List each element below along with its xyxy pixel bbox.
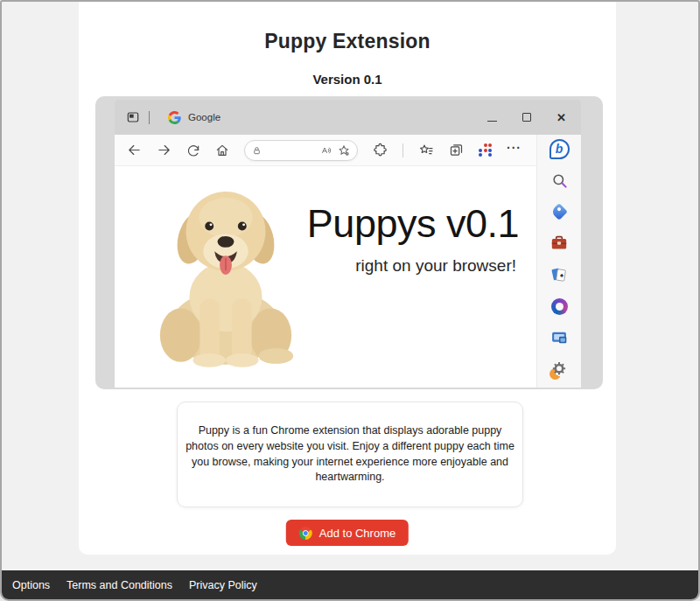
- minimize-button[interactable]: [487, 109, 497, 125]
- browser-toolbar: ···: [115, 135, 536, 166]
- main-card: Puppy Extension Version 0.1: [79, 2, 616, 555]
- page-title: Puppy Extension: [79, 30, 616, 53]
- browser-body: ···: [115, 135, 581, 388]
- titlebar-divider: [149, 111, 150, 124]
- minimize-icon: [487, 121, 497, 122]
- read-aloud-icon[interactable]: [320, 145, 332, 156]
- add-favorite-star-icon[interactable]: [338, 144, 350, 157]
- hero-tagline: right on your browser!: [307, 256, 516, 276]
- collections-icon[interactable]: [449, 143, 464, 157]
- add-to-chrome-label: Add to Chrome: [319, 527, 396, 540]
- microsoft-365-icon[interactable]: [549, 296, 570, 317]
- edge-browser-window: Google ✕: [115, 100, 581, 388]
- tab-title: Google: [188, 112, 220, 122]
- toolbar-divider: [402, 143, 403, 157]
- page-version: Version 0.1: [79, 72, 616, 87]
- footer-link-options[interactable]: Options: [12, 579, 50, 591]
- hero-text: Puppys v0.1 right on your browser!: [307, 201, 519, 276]
- toolbox-icon[interactable]: [549, 233, 570, 254]
- lock-icon: [252, 145, 262, 156]
- footer-link-terms[interactable]: Terms and Conditions: [66, 579, 172, 591]
- favorites-hub-icon[interactable]: [418, 143, 434, 157]
- home-icon[interactable]: [215, 143, 229, 157]
- web-capture-icon[interactable]: [549, 327, 570, 348]
- back-icon[interactable]: [127, 143, 142, 157]
- tab-icon[interactable]: [126, 110, 140, 124]
- add-to-chrome-button[interactable]: Add to Chrome: [286, 520, 409, 546]
- golden-retriever-puppy-photo: [148, 168, 304, 371]
- bing-chat-icon[interactable]: b: [549, 138, 570, 159]
- description-card: Puppy is a fun Chrome extension that dis…: [177, 402, 523, 507]
- shopping-tag-icon[interactable]: [549, 201, 570, 222]
- maximize-icon: [522, 113, 531, 122]
- more-menu-icon[interactable]: ···: [507, 148, 522, 153]
- chrome-logo-icon: [299, 527, 312, 540]
- browser-screenshot: Google ✕: [95, 96, 603, 389]
- window-controls: ✕: [487, 109, 566, 125]
- extensions-puzzle-icon[interactable]: [373, 143, 388, 157]
- footer-bar: Options Terms and Conditions Privacy Pol…: [2, 570, 698, 599]
- footer-link-privacy[interactable]: Privacy Policy: [189, 579, 257, 591]
- address-bar[interactable]: [244, 140, 358, 161]
- browser-content: Puppys v0.1 right on your browser!: [115, 166, 536, 388]
- hero-headline: Puppys v0.1: [307, 201, 519, 247]
- app-window: Puppy Extension Version 0.1: [0, 0, 700, 601]
- settings-icon[interactable]: [549, 359, 570, 380]
- refresh-icon[interactable]: [186, 143, 200, 157]
- close-button[interactable]: ✕: [556, 112, 566, 123]
- puppy-extension-dots-icon[interactable]: [479, 143, 492, 157]
- edge-sidebar: b ♠: [536, 135, 581, 388]
- search-icon[interactable]: [549, 170, 570, 191]
- forward-icon[interactable]: [157, 143, 172, 157]
- google-favicon: [168, 111, 181, 124]
- description-text: Puppy is a fun Chrome extension that dis…: [186, 423, 514, 486]
- browser-titlebar: Google ✕: [115, 100, 581, 135]
- maximize-button[interactable]: [522, 109, 531, 125]
- games-cards-icon[interactable]: ♠: [549, 264, 570, 285]
